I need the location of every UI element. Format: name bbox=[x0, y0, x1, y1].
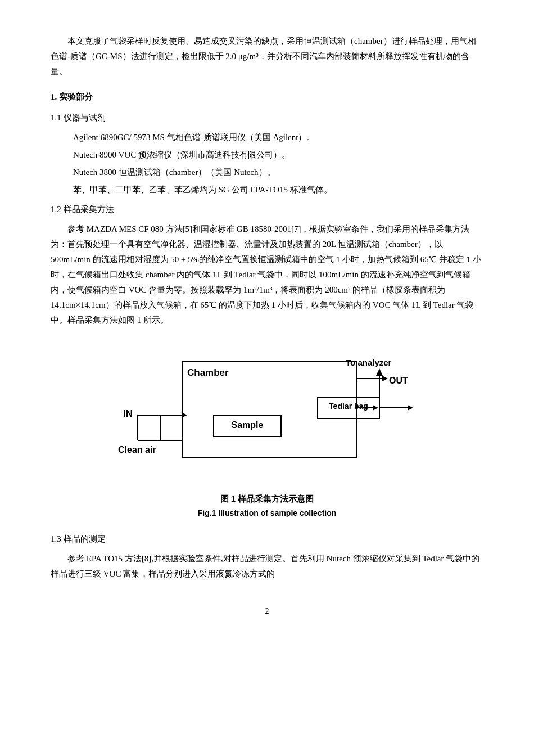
to-analyzer-label: To analyzer bbox=[346, 355, 391, 370]
svg-marker-11 bbox=[408, 405, 413, 411]
subsection1-2-title: 1.2 样品采集方法 bbox=[51, 202, 483, 217]
page-number: 2 bbox=[51, 604, 483, 618]
section1-2-paragraph: 参考 MAZDA MES CF 080 方法[5]和国家标准 GB 18580-… bbox=[51, 222, 483, 328]
sample-label: Sample bbox=[214, 417, 281, 434]
instrument-item-3: Nutech 3800 恒温测试箱（chamber）（美国 Nutech）。 bbox=[73, 165, 483, 180]
instrument-list: Agilent 6890GC/ 5973 MS 气相色谱-质谱联用仪（美国 Ag… bbox=[51, 130, 483, 197]
out-label: OUT bbox=[389, 373, 408, 389]
instrument-item-4: 苯、甲苯、二甲苯、乙苯、苯乙烯均为 SG 公司 EPA-TO15 标准气体。 bbox=[73, 182, 483, 197]
intro-paragraph: 本文克服了气袋采样时反复使用、易造成交叉污染的缺点，采用恒温测试箱（chambe… bbox=[51, 34, 483, 79]
svg-marker-16 bbox=[382, 376, 388, 381]
section1-title: 1. 实验部分 bbox=[51, 89, 483, 105]
clean-air-label: Clean air bbox=[118, 442, 156, 458]
in-label: IN bbox=[123, 406, 133, 423]
chamber-label: Chamber bbox=[187, 364, 229, 382]
section1-3-paragraph: 参考 EPA TO15 方法[8],并根据实验室条件,对样品进行测定。首先利用 … bbox=[51, 551, 483, 582]
diagram-container: Chamber Sample Tedlar bag IN Clean air T… bbox=[104, 345, 430, 474]
tedlar-bag-label: Tedlar bag bbox=[318, 399, 379, 413]
caption-container: 图 1 样品采集方法示意图 Fig.1 Illustration of samp… bbox=[51, 491, 483, 520]
svg-marker-6 bbox=[182, 412, 187, 418]
caption-cn: 图 1 样品采集方法示意图 bbox=[51, 491, 483, 506]
instrument-item-1: Agilent 6890GC/ 5973 MS 气相色谱-质谱联用仪（美国 Ag… bbox=[73, 130, 483, 145]
caption-en: Fig.1 Illustration of sample collection bbox=[51, 506, 483, 520]
instrument-item-2: Nutech 8900 VOC 预浓缩仪（深圳市高迪科技有限公司）。 bbox=[73, 147, 483, 163]
subsection1-1-title: 1.1 仪器与试剂 bbox=[51, 110, 483, 125]
subsection1-3-title: 1.3 样品的测定 bbox=[51, 532, 483, 547]
